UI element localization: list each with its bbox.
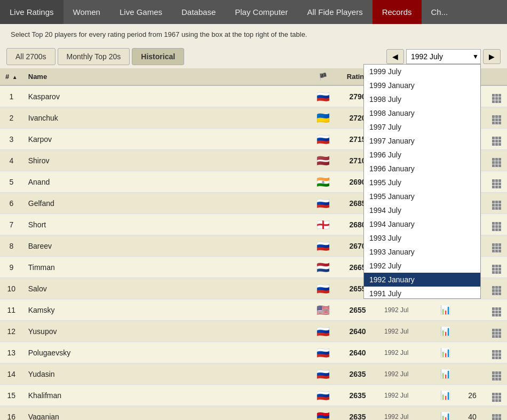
cell-name[interactable]: Gelfand bbox=[23, 193, 310, 214]
cell-rating: 2635 bbox=[336, 406, 379, 421]
cell-grid[interactable] bbox=[486, 321, 507, 342]
dropdown-item[interactable]: 1996 January bbox=[364, 162, 480, 176]
col-header-name[interactable]: Name bbox=[23, 68, 310, 85]
nav-live-ratings[interactable]: Live Ratings bbox=[0, 0, 64, 24]
period-dropdown[interactable]: 1999 July1999 January1998 July1998 Janua… bbox=[363, 64, 481, 299]
dropdown-item[interactable]: 1991 July bbox=[364, 287, 480, 299]
chart-icon[interactable]: 📊 bbox=[440, 391, 451, 400]
period-next-btn[interactable]: ▶ bbox=[483, 49, 501, 64]
cell-grid[interactable] bbox=[486, 299, 507, 321]
cell-grid[interactable] bbox=[486, 85, 507, 107]
cell-name[interactable]: Shirov bbox=[23, 150, 310, 171]
dropdown-item[interactable]: 1997 January bbox=[364, 134, 480, 148]
dropdown-item[interactable]: 1999 July bbox=[364, 65, 480, 78]
table-row: 15Khalifman🇷🇺26351992 Jul📊26 bbox=[0, 385, 507, 406]
nav-live-games[interactable]: Live Games bbox=[110, 0, 172, 24]
cell-grid[interactable] bbox=[486, 129, 507, 150]
cell-flag: 🇷🇺 bbox=[310, 342, 336, 363]
dropdown-item[interactable]: 1994 January bbox=[364, 217, 480, 231]
grid-icon bbox=[492, 137, 501, 146]
dropdown-item[interactable]: 1995 January bbox=[364, 189, 480, 203]
flag-icon: 🇺🇦 bbox=[316, 112, 330, 124]
cell-grid[interactable] bbox=[486, 214, 507, 235]
cell-grid[interactable] bbox=[486, 406, 507, 421]
nav-database[interactable]: Database bbox=[172, 0, 225, 24]
cell-chart[interactable]: 📊 bbox=[432, 406, 459, 421]
cell-games bbox=[459, 299, 486, 321]
grid-icon bbox=[492, 222, 501, 231]
dropdown-item[interactable]: 1993 January bbox=[364, 245, 480, 259]
dropdown-item[interactable]: 1993 July bbox=[364, 231, 480, 245]
cell-name[interactable]: Khalifman bbox=[23, 385, 310, 406]
dropdown-item[interactable]: 1998 July bbox=[364, 92, 480, 106]
cell-grid[interactable] bbox=[486, 235, 507, 257]
chart-icon[interactable]: 📊 bbox=[440, 327, 451, 336]
tab-historical[interactable]: Historical bbox=[132, 48, 184, 65]
dropdown-item[interactable]: 1992 July bbox=[364, 259, 480, 273]
dropdown-item[interactable]: 1996 July bbox=[364, 148, 480, 162]
cell-name[interactable]: Karpov bbox=[23, 129, 310, 150]
flag-icon: 🇳🇱 bbox=[316, 261, 330, 273]
cell-flag: 🇮🇳 bbox=[310, 171, 336, 193]
col-header-rank[interactable]: # ▲ bbox=[0, 68, 23, 85]
nav-all-fide[interactable]: All Fide Players bbox=[297, 0, 372, 24]
cell-chart[interactable]: 📊 bbox=[432, 299, 459, 321]
col-header-flag[interactable]: 🏴 bbox=[310, 68, 336, 85]
cell-name[interactable]: Short bbox=[23, 214, 310, 235]
cell-name[interactable]: Timman bbox=[23, 257, 310, 278]
cell-grid[interactable] bbox=[486, 150, 507, 171]
cell-chart[interactable]: 📊 bbox=[432, 342, 459, 363]
cell-name[interactable]: Polugaevsky bbox=[23, 342, 310, 363]
dropdown-item[interactable]: 1992 January bbox=[364, 273, 480, 287]
chart-icon[interactable]: 📊 bbox=[440, 369, 451, 378]
nav-women[interactable]: Women bbox=[64, 0, 110, 24]
nav-play-computer[interactable]: Play Computer bbox=[225, 0, 297, 24]
cell-date: 1992 Jul bbox=[379, 342, 432, 363]
cell-flag: 🇷🇺 bbox=[310, 363, 336, 385]
dropdown-item[interactable]: 1997 July bbox=[364, 120, 480, 134]
cell-flag: 🇷🇺 bbox=[310, 278, 336, 299]
dropdown-item[interactable]: 1999 January bbox=[364, 78, 480, 92]
grid-icon bbox=[492, 371, 501, 381]
cell-name[interactable]: Ivanchuk bbox=[23, 107, 310, 129]
period-nav: ◀ 1999 July1999 January1998 July1998 Jan… bbox=[386, 49, 501, 64]
cell-grid[interactable] bbox=[486, 363, 507, 385]
cell-chart[interactable]: 📊 bbox=[432, 385, 459, 406]
dropdown-item[interactable]: 1994 July bbox=[364, 203, 480, 217]
cell-name[interactable]: Kamsky bbox=[23, 299, 310, 321]
tab-monthly-top20s[interactable]: Monthly Top 20s bbox=[58, 48, 130, 65]
cell-name[interactable]: Salov bbox=[23, 278, 310, 299]
cell-grid[interactable] bbox=[486, 107, 507, 129]
cell-rank: 6 bbox=[0, 193, 23, 214]
flag-icon: 🏴󠁧󠁢󠁥󠁮󠁧󠁿 bbox=[316, 219, 330, 231]
nav-records[interactable]: Records bbox=[373, 0, 422, 24]
cell-grid[interactable] bbox=[486, 193, 507, 214]
cell-name[interactable]: Yudasin bbox=[23, 363, 310, 385]
cell-chart[interactable]: 📊 bbox=[432, 363, 459, 385]
cell-rank: 1 bbox=[0, 85, 23, 107]
grid-icon bbox=[492, 393, 501, 402]
period-select[interactable]: 1999 July1999 January1998 July1998 Janua… bbox=[406, 49, 481, 64]
dropdown-item[interactable]: 1998 January bbox=[364, 106, 480, 120]
cell-grid[interactable] bbox=[486, 171, 507, 193]
cell-name[interactable]: Yusupov bbox=[23, 321, 310, 342]
flag-icon: 🇦🇲 bbox=[316, 411, 330, 421]
cell-flag: 🇷🇺 bbox=[310, 129, 336, 150]
cell-name[interactable]: Bareev bbox=[23, 235, 310, 257]
period-select-wrapper: 1999 July1999 January1998 July1998 Janua… bbox=[406, 49, 481, 64]
cell-name[interactable]: Kasparov bbox=[23, 85, 310, 107]
cell-name[interactable]: Vaganian bbox=[23, 406, 310, 421]
cell-grid[interactable] bbox=[486, 278, 507, 299]
cell-chart[interactable]: 📊 bbox=[432, 321, 459, 342]
cell-name[interactable]: Anand bbox=[23, 171, 310, 193]
cell-grid[interactable] bbox=[486, 342, 507, 363]
cell-grid[interactable] bbox=[486, 257, 507, 278]
chart-icon[interactable]: 📊 bbox=[440, 412, 451, 420]
nav-more[interactable]: Ch... bbox=[422, 0, 458, 24]
period-prev-btn[interactable]: ◀ bbox=[386, 49, 404, 64]
tab-all-2700s[interactable]: All 2700s bbox=[6, 48, 56, 65]
cell-grid[interactable] bbox=[486, 385, 507, 406]
chart-icon[interactable]: 📊 bbox=[440, 305, 451, 314]
dropdown-item[interactable]: 1995 July bbox=[364, 176, 480, 189]
chart-icon[interactable]: 📊 bbox=[440, 348, 451, 357]
